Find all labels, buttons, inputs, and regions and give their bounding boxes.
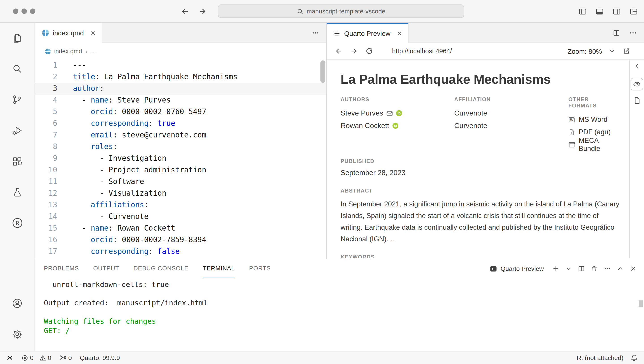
preview-back-icon[interactable] [335, 47, 343, 55]
preview-url[interactable]: http://localhost:4964/ [392, 48, 452, 55]
panel-tab-ports[interactable]: PORTS [249, 259, 271, 278]
code-line[interactable]: 13 affiliations: [35, 199, 326, 211]
orcid-icon[interactable]: iD [396, 110, 402, 116]
split-editor-icon[interactable] [613, 29, 620, 37]
line-number: 12 [35, 188, 57, 199]
history-forward-button[interactable] [198, 7, 207, 16]
quarto-file-icon [45, 48, 51, 54]
panel-tab-terminal[interactable]: TERMINAL [203, 259, 235, 278]
notifications-bell-icon[interactable] [630, 354, 638, 361]
code-line[interactable]: 6 corresponding: true [35, 118, 326, 129]
warning-count: 0 [48, 354, 52, 361]
note-icon[interactable] [633, 97, 641, 104]
run-and-debug-icon[interactable] [12, 125, 23, 136]
ms-word-icon: W [568, 116, 575, 123]
panel-tab-output[interactable]: OUTPUT [93, 259, 119, 278]
search-sidebar-icon[interactable] [12, 63, 23, 74]
terminal-line: Output created: _manuscript/index.html [44, 299, 644, 308]
extensions-icon[interactable] [12, 155, 23, 167]
close-tab-icon[interactable] [90, 30, 96, 36]
zoom-window-button[interactable] [30, 9, 35, 14]
quarto-version-status[interactable]: Quarto: 99.9.9 [80, 354, 120, 361]
editor-more-actions-icon[interactable] [312, 23, 319, 43]
terminal-scrollbar-thumb[interactable] [639, 300, 643, 307]
maximize-panel-icon[interactable] [617, 265, 624, 272]
panel-tab-debug-console[interactable]: DEBUG CONSOLE [133, 259, 188, 278]
explorer-icon[interactable] [12, 32, 23, 44]
breadcrumb-more[interactable]: … [90, 48, 96, 55]
chevron-left-icon[interactable] [633, 63, 640, 70]
code-text: - name: Rowan Cockett [57, 222, 175, 234]
keywords-label: KEYWORDS [340, 254, 618, 258]
code-line[interactable]: 16 orcid: 0000-0002-7859-8394 [35, 234, 326, 246]
code-line[interactable]: 4 - name: Steve Purves [35, 95, 326, 106]
customize-layout-icon[interactable] [630, 8, 638, 16]
arrow-right-icon [198, 7, 207, 16]
split-terminal-icon[interactable] [578, 265, 585, 272]
code-line[interactable]: 15 - name: Rowan Cockett [35, 222, 326, 234]
email-icon[interactable] [386, 110, 393, 117]
accounts-icon[interactable] [12, 297, 23, 309]
code-line[interactable]: 5 orcid: 0000-0002-0760-5497 [35, 106, 326, 118]
code-line[interactable]: 14 - Curvenote [35, 211, 326, 222]
terminal-selector[interactable]: Quarto Preview [490, 265, 544, 272]
line-number: 15 [35, 222, 57, 234]
format-link-ms-word[interactable]: W MS Word [568, 113, 618, 126]
settings-gear-icon[interactable] [12, 328, 23, 340]
toggle-panel-icon[interactable] [596, 8, 604, 16]
code-line[interactable]: 1--- [35, 60, 326, 71]
new-terminal-icon[interactable] [552, 265, 560, 272]
source-control-icon[interactable] [12, 94, 23, 105]
code-editor[interactable]: 1---2title: La Palma Earthquake Mechanis… [35, 60, 326, 259]
code-line[interactable]: 9 - Investigation [35, 153, 326, 164]
remote-indicator[interactable] [6, 354, 14, 361]
code-line[interactable]: 8 roles: [35, 141, 326, 153]
breadcrumb-file[interactable]: index.qmd [54, 48, 82, 55]
preview-reload-icon[interactable] [365, 47, 373, 55]
preview-forward-icon[interactable] [350, 47, 358, 55]
close-window-button[interactable] [13, 9, 18, 14]
code-line[interactable]: 3author: [35, 83, 326, 95]
code-line[interactable]: 7 email: steve@curvenote.com [35, 129, 326, 141]
pdf-icon [568, 129, 575, 135]
history-back-button[interactable] [181, 7, 189, 16]
tab-quarto-preview[interactable]: Quarto Preview [327, 23, 409, 43]
ports-status[interactable]: 0 [59, 354, 72, 361]
orcid-icon[interactable]: iD [392, 123, 398, 129]
terminal-selector-label: Quarto Preview [500, 265, 544, 272]
panel-tab-problems[interactable]: PROBLEMS [44, 259, 79, 278]
code-line[interactable]: 12 - Visualization [35, 188, 326, 199]
testing-beaker-icon[interactable] [12, 186, 23, 198]
code-line[interactable]: 17 corresponding: false [35, 246, 326, 257]
breadcrumb: index.qmd › … [35, 43, 326, 60]
editor-scrollbar-thumb[interactable] [320, 61, 325, 83]
terminal-profile-chevron-icon[interactable] [565, 265, 572, 272]
code-text: orcid: 0000-0002-0760-5497 [57, 106, 206, 118]
toggle-secondary-sidebar-icon[interactable] [613, 8, 621, 16]
command-center[interactable]: manuscript-template-vscode [218, 5, 464, 18]
toggle-sidebar-icon[interactable] [579, 8, 587, 16]
code-line[interactable]: 2title: La Palma Earthquake Mechanisms [35, 71, 326, 83]
code-text: orcid: 0000-0002-7859-8394 [57, 234, 206, 246]
kill-terminal-icon[interactable] [591, 265, 598, 272]
eye-toggle[interactable] [630, 78, 643, 91]
close-panel-icon[interactable] [630, 265, 637, 272]
r-language-icon[interactable]: R [12, 217, 23, 229]
format-link-meca[interactable]: MECA Bundle [568, 138, 618, 151]
terminal-output[interactable]: unroll-markdown-cells: true Output creat… [35, 278, 644, 351]
code-line[interactable]: 10 - Project administration [35, 164, 326, 176]
zoom-level[interactable]: Zoom: 80% [568, 47, 602, 55]
code-line[interactable]: 11 - Software [35, 176, 326, 188]
command-center-text: manuscript-template-vscode [306, 8, 385, 15]
tab-index-qmd[interactable]: index.qmd [35, 23, 102, 43]
r-status[interactable]: R: (not attached) [577, 354, 624, 361]
minimize-window-button[interactable] [22, 9, 27, 14]
meca-archive-icon [568, 141, 575, 148]
preview-more-actions-icon[interactable] [629, 29, 637, 37]
close-tab-icon[interactable] [397, 30, 403, 37]
open-external-icon[interactable] [622, 47, 630, 55]
panel-more-actions-icon[interactable] [604, 265, 611, 272]
zoom-chevron-down-icon[interactable] [608, 48, 615, 55]
titlebar: manuscript-template-vscode [0, 0, 644, 23]
problems-status[interactable]: 0 0 [22, 354, 51, 361]
